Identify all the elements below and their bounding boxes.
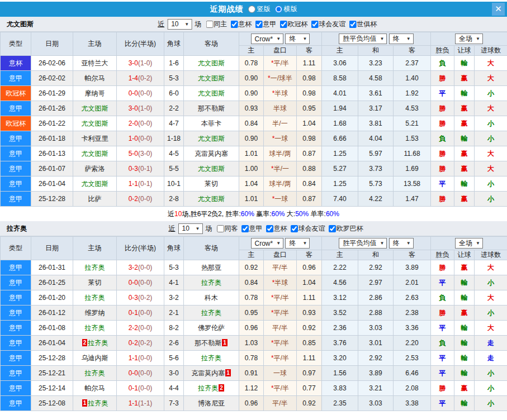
cell-handicap-result: 輸 <box>454 131 475 146</box>
league-checkbox[interactable] <box>329 225 336 232</box>
near-label[interactable]: 近 <box>169 224 176 233</box>
avg-group-header: 胜平负均值▼ 终▼ <box>322 237 431 250</box>
same-venue-checkbox[interactable] <box>206 21 213 28</box>
league-checkbox[interactable] <box>291 225 298 232</box>
avg-final-value: 终 <box>393 238 400 248</box>
cell-away-odds: 1.04 <box>297 275 322 290</box>
cell-avg-away: 1.40 <box>394 71 431 86</box>
cell-avg-home: 2.35 <box>322 396 358 411</box>
cell-corners: 8-2 <box>164 321 184 336</box>
cell-away-odds: 1.11 <box>297 56 322 71</box>
close-button[interactable]: ✕ <box>492 3 505 16</box>
fulltime-score: 3-0 <box>129 104 138 112</box>
league-label: 意杯 <box>274 224 287 233</box>
halftime-score: (1-0) <box>138 104 152 112</box>
league-filter[interactable]: 意杯 <box>264 224 287 233</box>
halftime-score: (0-0) <box>138 195 152 203</box>
cell-avg-away: 2.08 <box>394 381 431 396</box>
cell-wdl: 勝 <box>431 192 454 207</box>
cell-avg-home: 6.66 <box>322 131 358 146</box>
match-row: 意杯26-02-06亚特兰大3-0(1-0)1-6尤文图斯0.78*平/半1.1… <box>1 56 507 71</box>
match-row: 意甲26-01-042拉齐奥0-2(0-2)2-6那不勒斯11.03*平/半0.… <box>1 336 507 351</box>
chevron-down-icon: ▼ <box>276 36 281 41</box>
league-filter[interactable]: 欧冠杯 <box>278 20 307 29</box>
league-filter[interactable]: 意杯 <box>229 20 252 29</box>
cell-date: 26-01-18 <box>31 131 73 146</box>
team-name: 莱切 <box>88 279 102 287</box>
cell-home-odds: 0.95 <box>239 306 264 321</box>
league-checkbox[interactable] <box>255 21 262 28</box>
team-name: 尤文图斯 <box>198 89 225 97</box>
handicap-text: 平/半 <box>274 309 289 317</box>
league-checkbox[interactable] <box>241 225 249 232</box>
league-badge: 意甲 <box>1 396 31 411</box>
odds-final-select[interactable]: 终▼ <box>285 238 310 249</box>
match-count-select[interactable]: 10▼ <box>178 223 203 234</box>
team-name: 萨索洛 <box>85 165 105 173</box>
league-label: 欧罗巴杯 <box>337 224 363 233</box>
same-venue-filter[interactable]: 同客 <box>215 224 238 233</box>
layout-vertical-radio[interactable] <box>248 6 255 13</box>
match-row: 意甲25-12-28乌迪内斯1-1(0-0)5-6拉齐奥0.78*平/半1.11… <box>1 351 507 366</box>
handicap-text: 一球 <box>274 135 288 142</box>
cell-home-odds: 1.01 <box>239 192 264 207</box>
cell-handicap: *平/半 <box>264 306 297 321</box>
league-filter[interactable]: 意甲 <box>253 20 276 29</box>
scope-select[interactable]: 全场▼ <box>455 34 483 44</box>
match-count-select[interactable]: 10▼ <box>167 19 192 30</box>
league-filter[interactable]: 球会友谊 <box>309 20 345 29</box>
cell-goals-result: 小 <box>475 86 507 101</box>
league-label: 意甲 <box>263 20 276 29</box>
cell-away-team: 尤文图斯 <box>184 71 239 86</box>
odds-company-select[interactable]: Crow*▼ <box>251 238 284 249</box>
cell-score: 3-2(0-0) <box>117 260 164 275</box>
same-venue-filter[interactable]: 同主 <box>204 20 227 29</box>
odds-company-select[interactable]: Crow*▼ <box>251 34 284 44</box>
handicap-text: 一球 <box>274 195 288 203</box>
sub-header-wdl: 胜负 <box>431 250 454 260</box>
league-badge: 意甲 <box>1 275 31 290</box>
same-venue-checkbox[interactable] <box>217 225 224 232</box>
scope-select[interactable]: 全场▼ <box>455 238 483 249</box>
league-checkbox[interactable] <box>279 21 287 28</box>
cell-corners: 1-18 <box>164 131 184 146</box>
avg-odds-select[interactable]: 胜平负均值▼ <box>339 34 387 44</box>
team-name: 博洛尼亚 <box>198 399 225 407</box>
league-checkbox[interactable] <box>266 225 273 232</box>
league-filter[interactable]: 世俱杯 <box>347 20 377 29</box>
league-badge: 意甲 <box>1 290 31 306</box>
odds-final-select[interactable]: 终▼ <box>285 34 310 44</box>
league-filter[interactable]: 欧罗巴杯 <box>327 224 363 233</box>
cell-avg-draw: 2.88 <box>358 306 394 321</box>
cell-away-team: 本菲卡 <box>184 116 239 131</box>
layout-vertical-option[interactable]: 竖版 <box>248 4 271 14</box>
league-checkbox[interactable] <box>349 21 356 28</box>
col-header-score: 比分(半场) <box>117 32 164 56</box>
team-name: 莱切 <box>205 180 218 188</box>
league-checkbox[interactable] <box>311 21 318 28</box>
layout-horizontal-option[interactable]: 横版 <box>275 4 297 14</box>
cell-score: 3-0(1-0) <box>117 56 164 71</box>
team-name: 拉齐奥 <box>7 224 27 233</box>
layout-horizontal-radio[interactable] <box>275 6 282 13</box>
avg-final-select[interactable]: 终▼ <box>389 238 414 249</box>
cell-handicap-result: 赢 <box>454 381 475 396</box>
cell-wdl: 勝 <box>431 306 454 321</box>
avg-odds-select[interactable]: 胜平负均值▼ <box>339 238 387 249</box>
cell-avg-draw: 5.97 <box>358 146 394 161</box>
cell-goals-result: 走 <box>475 336 507 351</box>
cell-home-team: 卡利亚里 <box>73 131 117 146</box>
avg-odds-value: 胜平负均值 <box>343 34 376 44</box>
league-filter[interactable]: 球会友谊 <box>289 224 325 233</box>
summary-segment: 60% <box>326 210 339 218</box>
near-label[interactable]: 近 <box>158 20 164 29</box>
avg-final-select[interactable]: 终▼ <box>389 34 414 44</box>
league-filter[interactable]: 意甲 <box>240 224 263 233</box>
league-checkbox[interactable] <box>230 21 238 28</box>
match-row: 意甲25-12-081拉齐奥1-1(1-1)7-3博洛尼亚0.96平/半0.92… <box>1 396 507 411</box>
col-header-type: 类型 <box>1 32 31 56</box>
handicap-text: 平/半 <box>272 399 287 407</box>
cell-avg-draw: 3.81 <box>358 116 394 131</box>
sub-header-handicap-result: 让球 <box>454 250 475 260</box>
cell-corners: 5-3 <box>164 71 184 86</box>
